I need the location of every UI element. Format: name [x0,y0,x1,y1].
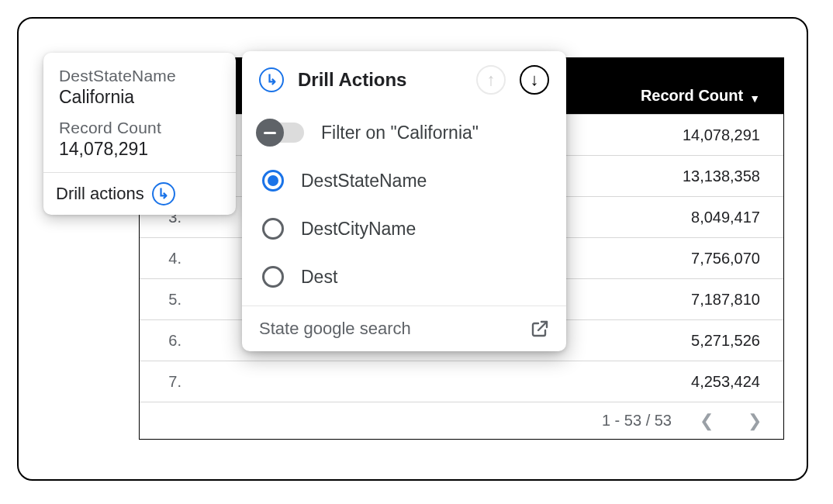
row-index: 5. [140,291,189,309]
column-header-label: Record Count [641,87,743,105]
tooltip-field-value: California [59,87,220,108]
filter-toggle-row[interactable]: Filter on "California" [259,109,549,157]
app-frame: Record Count ▼ 1. 14,078,291 2. 13,138,3… [17,17,808,481]
table-row[interactable]: 7. 4,253,424 [140,361,783,402]
drill-option-label: Dest [301,267,337,288]
filter-toggle-label: Filter on "California" [321,123,479,143]
pager-prev-button[interactable]: ❮ [693,411,720,431]
drill-actions-link[interactable]: Drill actions ↳ [43,172,236,215]
drill-down-button[interactable]: ↓ [520,65,549,95]
tooltip-field-label: DestStateName [59,67,220,85]
drill-option[interactable]: Dest [259,253,549,301]
drill-up-button[interactable]: ↑ [476,65,506,95]
tooltip-card: DestStateName California Record Count 14… [43,53,236,215]
tooltip-metric-label: Record Count [59,119,220,137]
radio-unselected[interactable] [262,218,284,240]
drill-enter-icon: ↳ [152,182,175,205]
pager-range: 1 - 53 / 53 [602,412,672,430]
panel-title: Drill Actions [298,69,462,91]
drill-option[interactable]: DestStateName [259,157,549,205]
pager-next-button[interactable]: ❯ [741,411,768,431]
drill-actions-label: Drill actions [56,184,144,204]
drill-option-label: DestCityName [301,219,416,240]
drill-option-label: DestStateName [301,171,427,192]
drill-option[interactable]: DestCityName [259,205,549,253]
radio-selected[interactable] [262,170,284,192]
minus-icon [256,119,284,147]
radio-unselected[interactable] [262,266,284,288]
filter-toggle[interactable] [259,123,304,143]
row-index: 4. [140,250,189,268]
tooltip-metric-value: 14,078,291 [59,139,220,160]
table-pager: 1 - 53 / 53 ❮ ❯ [140,402,783,439]
drill-actions-panel: ↳ Drill Actions ↑ ↓ Filter on "Californi… [242,51,566,351]
sort-desc-icon: ▼ [749,92,760,105]
row-index: 7. [140,373,189,391]
row-value: 4,253,424 [515,373,783,391]
open-in-new-icon [531,319,549,338]
row-index: 6. [140,332,189,350]
external-search-link[interactable]: State google search [242,306,566,351]
drill-enter-icon: ↳ [259,67,284,92]
external-search-label: State google search [259,319,411,339]
